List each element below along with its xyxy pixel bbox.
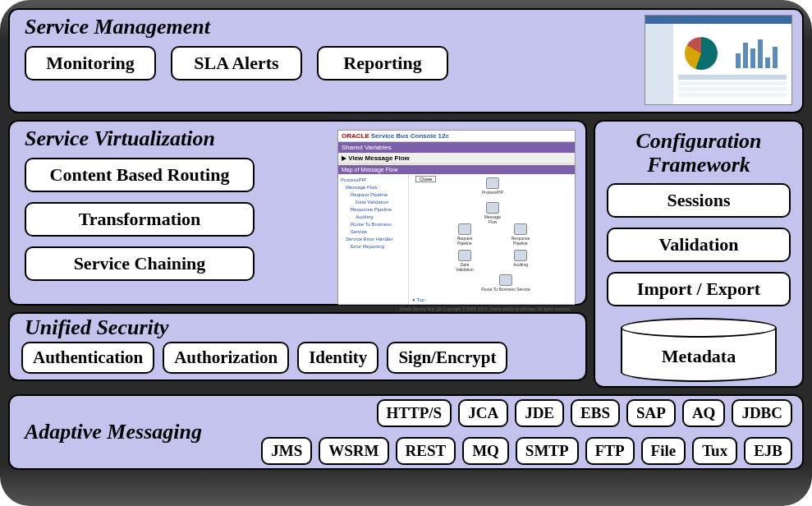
sap-box: SAP bbox=[626, 399, 676, 427]
metadata-cylinder: Metadata bbox=[621, 318, 777, 382]
unified-security-panel: Unified Security Authentication Authoriz… bbox=[8, 312, 587, 381]
ftp-box: FTP bbox=[585, 437, 635, 465]
flow-tree: ProcessPIP Message Flow Request Pipeline… bbox=[338, 174, 409, 304]
transformation-box: Transformation bbox=[25, 202, 255, 237]
smtp-box: SMTP bbox=[516, 437, 579, 465]
console-title: Service Bus Console 12c bbox=[371, 132, 449, 140]
content-based-routing-box: Content Based Routing bbox=[25, 158, 255, 192]
configuration-framework-title: Configuration Framework bbox=[595, 122, 802, 183]
monitoring-box: Monitoring bbox=[25, 46, 156, 80]
authorization-box: Authorization bbox=[163, 342, 289, 374]
protocol-list: HTTP/S JCA JDE EBS SAP AQ JDBC JMS WSRM … bbox=[210, 399, 792, 465]
validation-box: Validation bbox=[607, 228, 791, 262]
reporting-box: Reporting bbox=[317, 46, 448, 80]
diagram-container: Service Management Monitoring SLA Alerts… bbox=[0, 0, 812, 506]
map-of-message-flow-label: Map of Message Flow bbox=[338, 164, 575, 174]
configuration-framework-panel: Configuration Framework Sessions Validat… bbox=[594, 120, 804, 388]
jms-box: JMS bbox=[261, 437, 312, 465]
sla-alerts-box: SLA Alerts bbox=[171, 46, 302, 80]
tux-box: Tux bbox=[692, 437, 737, 465]
service-chaining-box: Service Chaining bbox=[25, 246, 255, 281]
sessions-box: Sessions bbox=[607, 183, 791, 218]
oracle-brand: ORACLE bbox=[342, 132, 369, 140]
jde-box: JDE bbox=[515, 399, 564, 427]
adaptive-messaging-panel: Adaptive Messaging HTTP/S JCA JDE EBS SA… bbox=[8, 394, 804, 470]
message-flow-screenshot: ORACLE Service Bus Console 12c Shared Va… bbox=[337, 130, 576, 304]
service-management-panel: Service Management Monitoring SLA Alerts… bbox=[8, 8, 804, 113]
mq-box: MQ bbox=[462, 437, 509, 465]
close-button: Close bbox=[415, 176, 436, 182]
dashboard-screenshot bbox=[645, 15, 792, 105]
http-s-box: HTTP/S bbox=[377, 399, 452, 427]
view-message-flow-label: View Message Flow bbox=[348, 154, 410, 162]
ebs-box: EBS bbox=[571, 399, 620, 427]
top-link: ● Top bbox=[412, 297, 424, 302]
metadata-label: Metadata bbox=[621, 346, 777, 367]
pie-chart-icon bbox=[685, 37, 718, 70]
shared-variables-label: Shared Variables bbox=[338, 142, 575, 153]
flow-canvas: Close ProcessPIP Message Flow Request Pi… bbox=[409, 174, 575, 304]
jdbc-box: JDBC bbox=[732, 399, 792, 427]
aq-box: AQ bbox=[682, 399, 726, 427]
adaptive-messaging-title: Adaptive Messaging bbox=[25, 420, 202, 444]
rest-box: REST bbox=[396, 437, 456, 465]
service-virtualization-panel: Service Virtualization Content Based Rou… bbox=[8, 120, 587, 306]
authentication-box: Authentication bbox=[21, 342, 154, 374]
wsrm-box: WSRM bbox=[319, 437, 388, 465]
sign-encrypt-box: Sign/Encrypt bbox=[387, 342, 507, 374]
import-export-box: Import / Export bbox=[607, 272, 791, 306]
ejb-box: EJB bbox=[744, 437, 792, 465]
identity-box: Identity bbox=[297, 342, 378, 374]
file-box: File bbox=[641, 437, 686, 465]
unified-security-title: Unified Security bbox=[10, 314, 585, 342]
jca-box: JCA bbox=[458, 399, 508, 427]
